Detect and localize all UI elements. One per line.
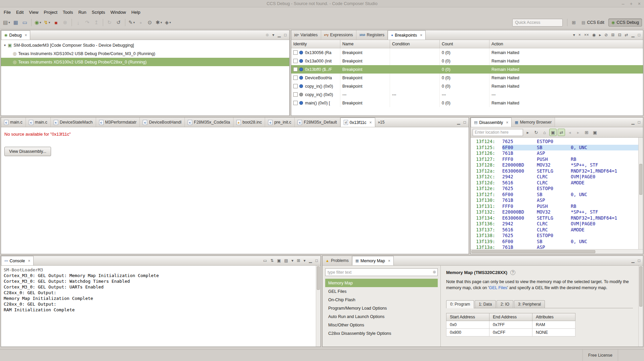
refresh-icon-button[interactable]: ↺ [114,18,123,27]
tab-main-c[interactable]: cmain.c [26,118,51,127]
tab-registers[interactable]: 1010Registers [356,30,388,40]
minimize-icon[interactable]: ▁ [632,258,635,263]
maximize-icon[interactable]: □ [638,258,640,263]
pencil-icon-button[interactable]: ✎▾ [127,18,136,27]
home-icon[interactable]: ⌂ [541,129,548,136]
follow-pc-icon[interactable]: ▣ [549,129,557,136]
breakpoint-row[interactable]: copy_in() (0x0)Breakpoint0 (0)Remain Hal… [291,82,643,90]
show-breakpoints-supported-icon[interactable]: ◉ [592,33,596,37]
link-with-debug-icon[interactable]: ⇄ [625,33,628,37]
collapse-all-icon[interactable]: ⊟ [618,33,621,37]
tab-memory-browser[interactable]: ▦Memory Browser [512,118,555,127]
close-tab-icon[interactable]: × [28,259,30,263]
expand-all-icon[interactable]: ⊞ [611,33,614,37]
remove-breakpoint-icon[interactable]: × [578,33,581,37]
disassembly-line[interactable]: 13f125:6F00SB0, UNC [471,145,638,151]
display-selected-console-icon[interactable]: ▤ [284,258,288,263]
breakpoint-checkbox[interactable] [293,92,298,97]
menu-scripts[interactable]: Scripts [89,8,108,16]
scrollbar-thumb[interactable] [317,266,320,290]
tab-m3performdatatr[interactable]: cM3Performdatatr [96,118,140,127]
clear-console-icon[interactable]: ▭ [263,258,267,263]
minimize-icon[interactable]: ▁ [309,258,312,263]
memmap-nav-on-chip-flash[interactable]: On-Chip Flash [325,296,438,304]
gear-icon-button[interactable]: ✱▾ [155,18,163,27]
perspective-button-ccs-edit[interactable]: ▤CCS Edit [578,18,607,27]
column-header-identity[interactable]: Identity [291,40,340,48]
disassembly-line[interactable]: 13f132:E20000BDMOV32*SP++, STF [471,209,638,215]
breakpoint-row[interactable]: 0x13a000 (InitBreakpoint0 (0)Remain Halt… [291,57,643,65]
window-maximize-button[interactable]: + [630,1,633,6]
menu-window[interactable]: Window [108,8,129,16]
disassembly-line[interactable]: 13f128:E20000BDMOV32*SP++, STF [471,162,638,168]
disassembly-line[interactable]: 13f130:761BASP [471,197,638,204]
close-tab-icon[interactable]: × [506,120,508,125]
tab-boot28-inc[interactable]: aboot28.inc [233,118,265,127]
quick-access-input[interactable] [512,19,563,27]
disassembly-line[interactable]: 13f124:7625ESTOP0 [471,139,638,145]
filter-input[interactable] [325,268,438,276]
open-console-icon[interactable]: ⊞ [297,258,300,263]
window-close-button[interactable]: × [638,1,641,6]
pin-console-icon[interactable]: ▣ [277,258,281,263]
debug-tree-item[interactable]: ▾▣SM-BootLoaderM3 [Code Composer Studio … [1,41,289,49]
skip-all-breakpoints-icon[interactable]: ⊘ [604,33,608,37]
memmap-nav-memory-map[interactable]: Memory Map [325,279,438,287]
disassembly-line[interactable]: 13f12d:5616CLRCAMODE [471,180,638,186]
close-tab-icon[interactable]: × [420,33,422,38]
tree-expand-caret[interactable]: ▾ [2,43,7,47]
pin-view-icon[interactable]: ▣ [591,129,599,136]
view-menu-icon[interactable]: ▾ [573,33,575,37]
menu-help[interactable]: Help [129,8,143,16]
dropdown-caret-icon[interactable]: ▾ [303,258,305,263]
go-to-file-icon[interactable]: ▸ [599,33,601,37]
disassembly-line[interactable]: 13f12e:7625ESTOP0 [471,186,638,192]
minimize-icon[interactable]: ▁ [632,120,635,125]
tab-f28m35x-default[interactable]: cF28M35x_Default [295,118,340,127]
close-tab-icon[interactable]: × [370,120,372,125]
disassembly-line[interactable]: 13f138:7625ESTOP0 [471,233,638,239]
maximize-icon[interactable]: □ [638,120,640,125]
breakpoint-row[interactable]: 0x130056 (RaBreakpoint0 (0)Remain Halted [291,48,643,57]
tab-main-c[interactable]: cmain.c [1,118,26,127]
dropdown-caret-icon[interactable]: ▾ [291,258,293,263]
memmap-nav-auto-run-and-launch-options[interactable]: Auto Run and Launch Options [325,312,438,321]
seg-tab-3-peripheral[interactable]: 3: Peripheral [514,300,545,308]
disassembly-line[interactable]: 13f137:5616CLRCAMODE [471,227,638,233]
debug-tree-item[interactable]: ◎Texas Instruments XDS100v2 USB Debug Pr… [1,58,289,66]
tab-variables[interactable]: (x)=Variables [291,30,321,40]
help-icon[interactable]: ? [510,270,515,275]
scrollbar-thumb[interactable] [639,164,642,195]
breakpoint-checkbox[interactable] [293,50,298,55]
memmap-nav-misc-other-options[interactable]: Misc/Other Options [325,321,438,329]
disassembly-line[interactable]: 13f134:E6300600SETFLGRNDF32=1,RNDF64=1 [471,215,638,221]
breakpoint-row[interactable]: DeviceBootHaBreakpoint0 (0)Remain Halted [291,74,643,82]
disassembly-line[interactable]: 13f13a:761BASP [471,244,638,249]
clear-filter-icon[interactable]: ⊗ [433,270,436,274]
breakpoint-row[interactable]: main() (0x0) [Breakpoint0 (0)Remain Halt… [291,99,643,107]
close-tab-icon[interactable]: × [388,259,390,263]
debug-bug-icon-button[interactable]: ◉▾ [34,18,42,27]
save-icon-button[interactable]: ▦ [11,18,20,27]
breakpoint-checkbox[interactable] [293,101,298,105]
tab-deviceboothandl[interactable]: cDeviceBootHandl [140,118,185,127]
tab-console[interactable]: ▭Console× [1,256,34,265]
debug-tree-item[interactable]: ◎Texas Instruments XDS100v2 USB Debug Pr… [1,49,289,58]
seg-tab-1-data[interactable]: 1: Data [475,300,496,308]
scroll-lock-icon[interactable]: ⇅ [270,258,274,263]
menu-project[interactable]: Project [41,8,60,16]
breakpoint-checkbox[interactable] [293,76,298,80]
menu-run[interactable]: Run [76,8,89,16]
console-window-icon-button[interactable]: ▭ [20,18,29,27]
window-minimize-button[interactable]: – [622,1,625,6]
external-tools-icon-button[interactable]: ◈▾ [164,18,172,27]
tab-0x13f11c[interactable]: d0x13f11c× [340,118,375,127]
tab-expressions[interactable]: x+yExpressions [321,30,356,40]
perspective-button-ccs-debug[interactable]: ◉CCS Debug [608,18,642,27]
view-menu-icon[interactable]: ▾ [272,33,274,37]
tab-memory-map[interactable]: ▦Memory Map× [352,256,394,265]
disassembly-line[interactable]: 13f12c:2942CLRCOVM|PAGE0 [471,174,638,180]
tab-f28m35x-codesta[interactable]: cF28M35x_CodeSta [185,118,233,127]
tab-devicestatemach[interactable]: cDeviceStateMach [51,118,96,127]
maximize-icon[interactable]: □ [638,33,640,37]
